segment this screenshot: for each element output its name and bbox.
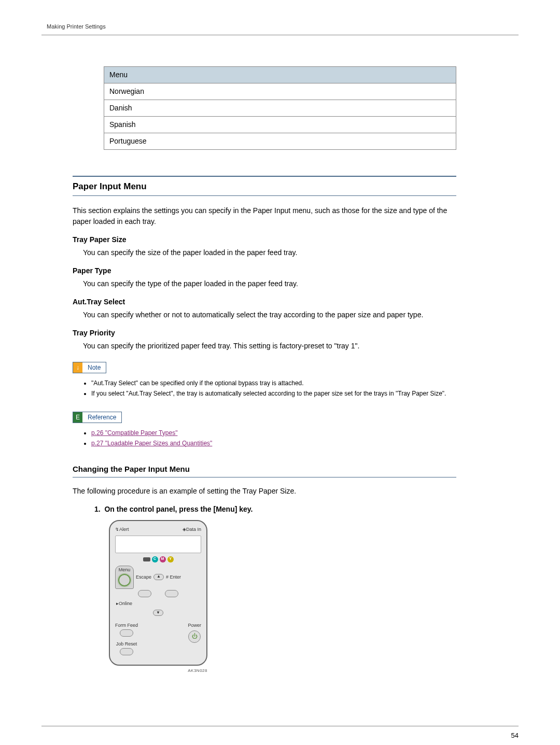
form-feed-button [120, 629, 133, 637]
breadcrumb: Making Printer Settings [41, 23, 106, 30]
job-reset-button [120, 648, 133, 655]
reference-icon: E [73, 412, 82, 423]
subsection-title: Changing the Paper Input Menu [73, 463, 456, 475]
subsection-intro: The following procedure is an example of… [73, 486, 456, 497]
figure-id: AK3N028 [109, 668, 207, 674]
def-desc: You can specify the type of the paper lo… [83, 278, 456, 289]
language-menu-table: Menu Norwegian Danish Spanish Portuguese [104, 66, 456, 150]
control-panel-figure: ↯Alert ◈Data In C M Y Menu Escape [109, 520, 207, 674]
toner-m-icon: M [160, 556, 166, 563]
def-desc: You can specify whether or not to automa… [83, 310, 456, 320]
def-term: Tray Paper Size [73, 234, 456, 245]
table-header: Menu [104, 67, 456, 83]
table-row: Portuguese [104, 133, 456, 150]
arrow-down-icon: ↓ [73, 362, 82, 373]
lcd-screen [115, 536, 201, 553]
down-button: ▼ [153, 610, 163, 616]
list-item: p.26 "Compatible Paper Types" [91, 428, 456, 438]
list-item: If you select "Aut.Tray Select", the tra… [91, 389, 456, 398]
list-item: p.27 "Loadable Paper Sizes and Quantitie… [91, 439, 456, 448]
job-reset-label: Job Reset [115, 641, 138, 648]
alert-indicator: ↯Alert [115, 526, 129, 533]
enter-label: # Enter [166, 574, 181, 581]
step-1: 1. On the control panel, press the [Menu… [94, 504, 456, 515]
table-row: Spanish [104, 117, 456, 133]
form-feed-label: Form Feed [115, 622, 138, 629]
power-button: ⏻ [188, 630, 201, 643]
reference-link[interactable]: p.27 "Loadable Paper Sizes and Quantitie… [91, 440, 212, 447]
note-callout: ↓ Note [73, 362, 106, 373]
note-label: Note [82, 362, 106, 373]
toner-y-icon: Y [167, 556, 174, 563]
enter-button [165, 590, 178, 597]
up-button: ▲ [153, 574, 164, 580]
toner-c-icon: C [152, 556, 158, 563]
def-term: Paper Type [73, 265, 456, 276]
menu-key-highlight-icon [118, 574, 131, 586]
page-number: 54 [511, 732, 519, 739]
section-title-paper-input: Paper Input Menu [73, 180, 456, 193]
reference-callout: E Reference [73, 412, 122, 423]
power-label: Power [188, 622, 201, 629]
data-in-indicator: ◈Data In [183, 526, 201, 533]
toner-icon [143, 557, 150, 561]
section-intro: This section explains the settings you c… [73, 205, 456, 227]
escape-label: Escape [136, 574, 151, 581]
table-row: Norwegian [104, 83, 456, 100]
escape-button [138, 590, 151, 597]
note-list: "Aut.Tray Select" can be specified only … [82, 378, 456, 398]
list-item: "Aut.Tray Select" can be specified only … [91, 378, 456, 388]
def-term: Aut.Tray Select [73, 297, 456, 307]
menu-button: Menu [115, 566, 134, 589]
def-desc: You can specify the prioritized paper fe… [83, 341, 456, 352]
def-term: Tray Priority [73, 328, 456, 339]
reference-label: Reference [82, 412, 121, 423]
reference-list: p.26 "Compatible Paper Types" p.27 "Load… [82, 428, 456, 448]
online-label: Online [119, 601, 132, 606]
def-desc: You can specify the size of the paper lo… [83, 247, 456, 258]
table-row: Danish [104, 100, 456, 117]
reference-link[interactable]: p.26 "Compatible Paper Types" [91, 429, 177, 437]
